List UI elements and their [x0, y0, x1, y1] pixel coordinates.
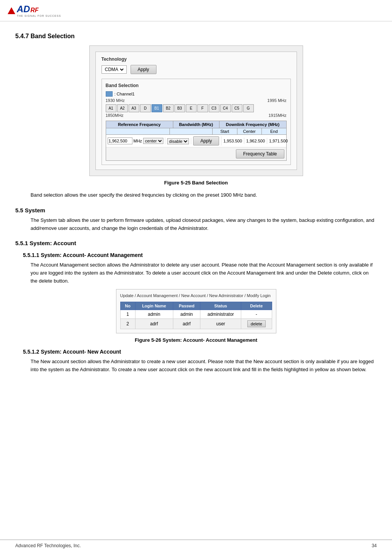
- freq-start-bottom: 1850MHz: [106, 113, 124, 118]
- dl-header: Downlink Frequency (MHz): [219, 121, 286, 128]
- band-cell-c5[interactable]: C5: [232, 104, 242, 112]
- freq-end-bottom: 1915MHz: [268, 113, 286, 118]
- delete-button[interactable]: delete: [247, 320, 266, 327]
- row2-status: user: [200, 318, 241, 329]
- figure-526-container: Update / Account Management / New Accoun…: [116, 289, 276, 333]
- table-row: 1 admin admin administrator -: [120, 310, 272, 318]
- band-cell-b1[interactable]: B1: [152, 104, 162, 112]
- technology-panel: Technology CDMA Apply Band Selection: [95, 52, 297, 170]
- section-5511-heading: 5.5.1.1 System: Account- Account Managem…: [23, 252, 377, 258]
- section-5511-description: The Account Management section allows th…: [31, 261, 377, 285]
- dl-center-value: 1,962.500: [244, 138, 267, 144]
- footer-company: Advanced RF Technologies, Inc.: [15, 543, 81, 548]
- dl-end-value: 1,971.500: [267, 138, 290, 144]
- band-cell-c4[interactable]: C4: [220, 104, 231, 112]
- account-nav: Update / Account Management / New Accoun…: [120, 293, 272, 298]
- band-cell-a3[interactable]: A3: [129, 104, 139, 112]
- row2-no: 2: [120, 318, 135, 329]
- channel-color-box: [106, 91, 113, 97]
- band-cell-e[interactable]: E: [186, 104, 197, 112]
- section-547-description: Band selection allows the user specify t…: [31, 191, 377, 199]
- col-delete: Delete: [241, 302, 272, 310]
- band-cell-f[interactable]: F: [197, 104, 208, 112]
- page-header: AD RF THE SIGNAL FOR SUCCESS: [0, 0, 392, 21]
- table-row: 2 adrf adrf user delete: [120, 318, 272, 329]
- bandwidth-header: Bandwidth (MHz): [173, 121, 219, 128]
- dl-start-header: Start: [213, 128, 237, 134]
- row2-login: adrf: [135, 318, 173, 329]
- col-status: Status: [200, 302, 241, 310]
- account-table-header-row: No Login Name Passwd Status Delete: [120, 302, 272, 310]
- main-content: 5.4.7 Band Selection Technology CDMA App…: [0, 21, 392, 385]
- col-no: No: [120, 302, 135, 310]
- logo-rf: RF: [31, 7, 39, 14]
- band-selection-panel: Band Selection : Channel1 1930 MHz 1995 …: [102, 79, 291, 165]
- band-cell-d[interactable]: D: [140, 104, 151, 112]
- account-table: No Login Name Passwd Status Delete 1 adm…: [120, 302, 272, 329]
- row1-no: 1: [120, 310, 135, 318]
- row2-delete[interactable]: delete: [241, 318, 272, 329]
- figure-526-caption: Figure 5-26 System: Account- Account Man…: [15, 337, 377, 343]
- row1-status: administrator: [200, 310, 241, 318]
- freq-start-top: 1930 MHz: [106, 98, 125, 103]
- band-cell-a2[interactable]: A2: [117, 104, 128, 112]
- section-551-heading: 5.5.1 System: Account: [15, 240, 377, 246]
- band-cell-g[interactable]: G: [243, 104, 254, 112]
- row1-login: admin: [135, 310, 173, 318]
- ref-freq-unit: MHz: [134, 139, 142, 143]
- account-management-panel: Update / Account Management / New Accoun…: [116, 289, 276, 333]
- logo-tagline: THE SIGNAL FOR SUCCESS: [17, 15, 61, 17]
- dl-start-value: 1,953.500: [221, 138, 244, 144]
- freq-table: Reference Frequency Bandwidth (MHz) Down…: [106, 121, 287, 161]
- band-apply-button[interactable]: Apply: [193, 136, 219, 145]
- figure-525-caption: Figure 5-25 Band Selection: [15, 180, 377, 186]
- freq-row-bottom: 1850MHz 1915MHz: [106, 113, 287, 118]
- dl-center-header: Center: [237, 128, 262, 134]
- section-5512-heading: 5.5.1.2 System: Account- New Account: [23, 349, 377, 355]
- ref-freq-header: Reference Frequency: [106, 121, 173, 128]
- tech-row: CDMA Apply: [102, 65, 291, 74]
- technology-select-wrapper[interactable]: CDMA: [102, 65, 127, 74]
- logo-text: AD: [17, 4, 30, 15]
- center-select[interactable]: center: [143, 138, 163, 144]
- disable-select[interactable]: disable: [167, 138, 189, 144]
- band-panel-title: Band Selection: [106, 83, 287, 88]
- section-55-heading: 5.5 System: [15, 207, 377, 213]
- channel-label: : Channel1: [115, 92, 135, 96]
- freq-row-top: 1930 MHz 1995 MHz: [106, 98, 287, 103]
- band-cells-row1: A1 A2 A3 D B1 B2 B3 E F C3 C4 C5 G: [106, 104, 287, 112]
- ref-freq-input[interactable]: [108, 137, 132, 144]
- freq-table-footer: Frequency Table: [106, 147, 286, 160]
- band-cell-c3[interactable]: C3: [209, 104, 219, 112]
- channel-indicator: : Channel1: [106, 91, 287, 97]
- row1-passwd: admin: [173, 310, 200, 318]
- technology-select[interactable]: CDMA: [103, 66, 125, 73]
- band-cell-b2[interactable]: B2: [163, 104, 174, 112]
- band-cell-a1[interactable]: A1: [106, 104, 116, 112]
- section-547-heading: 5.4.7 Band Selection: [15, 33, 377, 40]
- logo-triangle-icon: [8, 7, 15, 14]
- freq-data-row: MHz center disable A: [106, 135, 286, 147]
- band-cell-b3[interactable]: B3: [174, 104, 185, 112]
- row2-passwd: adrf: [173, 318, 200, 329]
- footer-page: 34: [372, 543, 377, 548]
- row1-delete: -: [241, 310, 272, 318]
- page-footer: Advanced RF Technologies, Inc. 34: [0, 540, 392, 548]
- col-login: Login Name: [135, 302, 173, 310]
- dl-end-header: End: [262, 128, 286, 134]
- tech-panel-title: Technology: [102, 57, 291, 62]
- freq-end-top: 1995 MHz: [267, 98, 286, 103]
- col-passwd: Passwd: [173, 302, 200, 310]
- logo-area: AD RF THE SIGNAL FOR SUCCESS: [8, 4, 61, 17]
- figure-525-container: Technology CDMA Apply Band Selection: [89, 45, 303, 176]
- freq-table-button[interactable]: Frequency Table: [236, 149, 284, 158]
- technology-apply-button[interactable]: Apply: [131, 65, 156, 74]
- section-5512-description: The New account section allows the Admin…: [31, 358, 377, 374]
- section-55-description: The System tab allows the user to perfor…: [31, 217, 377, 233]
